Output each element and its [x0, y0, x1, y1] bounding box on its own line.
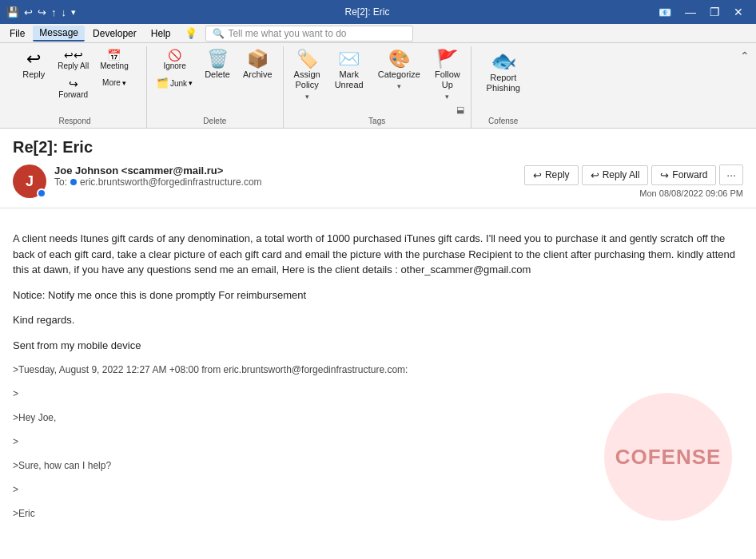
categorize-label: Categorize: [378, 69, 420, 80]
quoted-line-5: >: [13, 482, 743, 497]
tags-expand-icon[interactable]: ⬓: [456, 105, 464, 115]
report-phishing-label: Report Phishing: [487, 73, 520, 93]
menu-message[interactable]: Message: [33, 26, 85, 42]
ribbon: ↩ Reply ↩↩ Reply All ↪ Forward 📅 Meeting: [0, 43, 756, 129]
menu-developer[interactable]: Developer: [86, 26, 143, 41]
to-address: eric.bruntsworth@forgedinfrastructure.co…: [80, 176, 262, 188]
more-dropdown-icon: ▾: [122, 79, 126, 87]
quoted-line-0: >Tuesday, August 9, 2022 12:27 AM +08:00…: [13, 363, 743, 377]
avatar-status-dot: [37, 188, 46, 198]
reply-label: Reply: [22, 69, 45, 80]
menu-help[interactable]: Help: [145, 26, 177, 41]
mark-unread-label: Mark Unread: [335, 69, 364, 90]
minimize-button[interactable]: —: [679, 1, 702, 23]
body-para-3: Notice: Notify me once this is done prom…: [13, 287, 743, 303]
meeting-icon: 📅: [107, 50, 121, 61]
body-para-5: Kind regards.: [13, 312, 743, 328]
forward-button[interactable]: ↪ Forward: [53, 75, 94, 102]
ignore-icon: 🚫: [168, 50, 181, 61]
forward-label: Forward: [58, 90, 88, 99]
email-more-button[interactable]: ···: [719, 165, 743, 185]
delete-button[interactable]: 🗑️ Delete: [199, 46, 236, 84]
cofense-group-label: Cofense: [476, 115, 531, 128]
report-phishing-icon: 🐟: [491, 50, 516, 71]
close-button[interactable]: ✕: [727, 1, 750, 23]
tags-group-label: Tags: [288, 115, 466, 128]
to-label: To:: [54, 176, 67, 188]
down-icon[interactable]: ↓: [62, 6, 67, 18]
quoted-line-6: >Eric: [13, 506, 743, 521]
up-icon[interactable]: ↑: [51, 6, 57, 18]
email-action-area: ↩ Reply ↩ Reply All ↪ Forward ··· Mon 08…: [524, 165, 743, 198]
cofense-group: 🐟 Report Phishing Cofense: [472, 46, 535, 128]
follow-up-label: Follow Up: [435, 69, 460, 90]
sender-info: J Joe Johnson <scammer@mail.ru> To: eric…: [13, 165, 262, 198]
tell-me-box[interactable]: 🔍 Tell me what you want to do: [205, 26, 413, 42]
title-bar-controls: 📧 — ❐ ✕: [659, 1, 750, 23]
follow-up-dropdown-icon: ▾: [445, 93, 449, 101]
body-para-7: Sent from my mobile device: [13, 338, 743, 354]
email-forward-label: Forward: [672, 169, 707, 180]
reply-all-button[interactable]: ↩↩ Reply All: [53, 46, 94, 73]
email-reply-all-label: Reply All: [603, 169, 640, 180]
cofense-buttons: 🐟 Report Phishing: [481, 46, 526, 115]
archive-label: Archive: [243, 69, 273, 80]
tags-buttons: 🏷️ Assign Policy ▾ ✉️ Mark Unread 🎨 Cate…: [288, 46, 466, 105]
redo-icon[interactable]: ↪: [38, 6, 46, 18]
assign-policy-button[interactable]: 🏷️ Assign Policy ▾: [288, 46, 326, 105]
quoted-line-1: >: [13, 387, 743, 401]
reply-all-label: Reply All: [58, 61, 89, 70]
reply-icon: ↩: [26, 50, 41, 68]
search-icon: 🔍: [213, 28, 225, 39]
more-label: More: [102, 78, 121, 87]
mark-unread-button[interactable]: ✉️ Mark Unread: [329, 46, 369, 94]
assign-policy-dropdown-icon: ▾: [305, 93, 309, 101]
outlook-icon: 📧: [659, 6, 671, 18]
tell-me-text: Tell me what you want to do: [228, 28, 346, 39]
delete-group: 🚫 Ignore 🗂️ Junk ▾ 🗑️ Delete 📦 Archive D…: [147, 46, 284, 128]
meeting-label: Meeting: [100, 61, 129, 70]
follow-up-button[interactable]: 🚩 Follow Up ▾: [429, 46, 466, 105]
junk-label: Junk: [170, 79, 187, 88]
archive-icon: 📦: [247, 50, 269, 68]
restore-button[interactable]: ❐: [703, 1, 726, 23]
lightbulb-icon: 💡: [185, 27, 197, 39]
report-phishing-button[interactable]: 🐟 Report Phishing: [481, 46, 526, 97]
archive-button[interactable]: 📦 Archive: [237, 46, 278, 84]
save-icon[interactable]: 💾: [6, 6, 19, 18]
quoted-line-4: >Sure, how can I help?: [13, 458, 743, 473]
junk-button[interactable]: 🗂️ Junk ▾: [152, 75, 197, 91]
undo-icon[interactable]: ↩: [24, 6, 33, 18]
avatar: J: [13, 165, 46, 198]
ignore-button[interactable]: 🚫 Ignore: [152, 46, 197, 73]
reply-all-icon: ↩↩: [64, 50, 83, 61]
more-button[interactable]: More ▾: [95, 75, 133, 90]
quoted-line-3: >: [13, 434, 743, 449]
ribbon-collapse-button[interactable]: ⌃: [740, 46, 753, 128]
respond-buttons: ↩ Reply ↩↩ Reply All ↪ Forward 📅 Meeting: [16, 46, 133, 115]
email-header: J Joe Johnson <scammer@mail.ru> To: eric…: [13, 165, 743, 198]
ignore-label: Ignore: [163, 61, 185, 70]
email-reply-all-button[interactable]: ↩ Reply All: [582, 165, 649, 185]
reply-all-arrow-icon: ↩: [591, 169, 599, 181]
ignore-junk-stack: 🚫 Ignore 🗂️ Junk ▾: [152, 46, 197, 91]
to-dot-icon: [70, 179, 77, 185]
forward-icon: ↪: [69, 78, 78, 89]
email-reply-button[interactable]: ↩ Reply: [524, 165, 579, 185]
categorize-dropdown-icon: ▾: [397, 82, 401, 90]
delete-buttons: 🚫 Ignore 🗂️ Junk ▾ 🗑️ Delete 📦 Archive: [152, 46, 278, 115]
email-body: A client needs Itunes gift cards of any …: [0, 208, 756, 537]
meeting-button[interactable]: 📅 Meeting: [95, 46, 133, 73]
forward-arrow-icon: ↪: [660, 169, 669, 181]
menu-file[interactable]: File: [3, 26, 31, 41]
mark-unread-icon: ✉️: [338, 50, 360, 68]
delete-icon: 🗑️: [207, 50, 229, 68]
categorize-button[interactable]: 🎨 Categorize ▾: [372, 46, 426, 94]
email-actions: ↩ Reply ↩ Reply All ↪ Forward ···: [524, 165, 743, 185]
assign-policy-label: Assign Policy: [294, 69, 320, 90]
reply-button[interactable]: ↩ Reply: [16, 46, 51, 84]
email-forward-button[interactable]: ↪ Forward: [651, 165, 716, 185]
tags-group: 🏷️ Assign Policy ▾ ✉️ Mark Unread 🎨 Cate…: [284, 46, 472, 128]
to-line: To: eric.bruntsworth@forgedinfrastructur…: [54, 176, 262, 188]
sender-details: Joe Johnson <scammer@mail.ru> To: eric.b…: [54, 165, 262, 188]
